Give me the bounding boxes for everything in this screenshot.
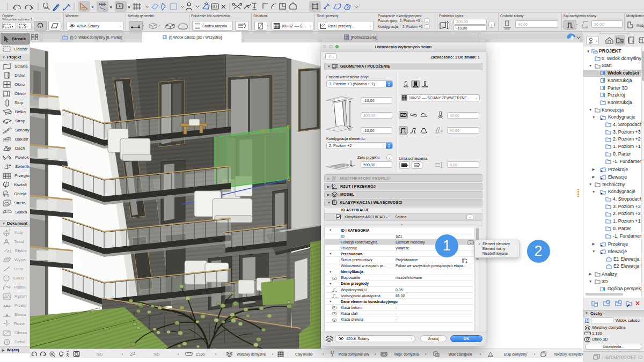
svg-text:A1: A1 (7, 249, 12, 253)
svg-text:α: α (441, 129, 443, 132)
svg-text:α: α (586, 25, 588, 28)
svg-text:1 2: 1 2 (9, 229, 11, 232)
